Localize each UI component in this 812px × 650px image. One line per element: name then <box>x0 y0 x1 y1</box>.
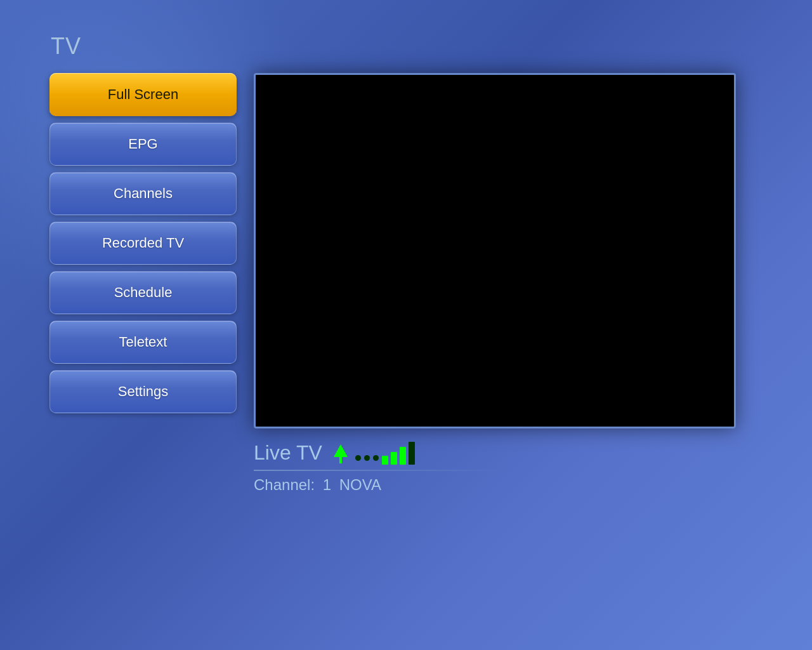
menu-item-channels[interactable]: Channels <box>49 172 237 215</box>
tv-preview-screen[interactable] <box>254 73 736 428</box>
channel-info: Channel: 1 NOVA <box>254 476 508 494</box>
channel-label: Channel: <box>254 476 315 493</box>
signal-dot-3 <box>373 455 379 461</box>
tv-info-panel: Live TV <box>254 441 508 494</box>
signal-dot-1 <box>355 455 361 461</box>
menu-item-recorded-tv[interactable]: Recorded TV <box>49 222 237 265</box>
menu-item-schedule[interactable]: Schedule <box>49 271 237 314</box>
signal-indicator <box>331 442 415 465</box>
sidebar: Full Screen EPG Channels Recorded TV Sch… <box>49 73 237 413</box>
svg-rect-1 <box>339 457 342 463</box>
menu-item-full-screen[interactable]: Full Screen <box>49 73 237 116</box>
signal-bar-4-inactive <box>409 442 415 465</box>
live-tv-label: Live TV <box>254 441 322 465</box>
antenna-icon <box>331 443 350 465</box>
signal-bar-1 <box>382 456 388 465</box>
menu-item-settings[interactable]: Settings <box>49 370 237 413</box>
svg-marker-0 <box>334 444 348 457</box>
menu-item-teletext[interactable]: Teletext <box>49 321 237 364</box>
signal-dot-2 <box>364 455 370 461</box>
channel-name: NOVA <box>339 476 381 493</box>
channel-number: 1 <box>323 476 331 493</box>
menu-item-epg[interactable]: EPG <box>49 123 237 166</box>
divider <box>254 470 508 471</box>
signal-bar-2 <box>391 452 397 465</box>
signal-bar-3 <box>400 447 406 465</box>
signal-bars <box>382 442 415 465</box>
page-title: TV <box>51 33 81 60</box>
